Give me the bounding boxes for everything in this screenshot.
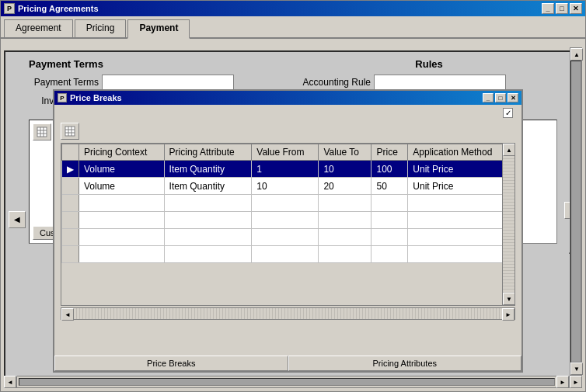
v-scroll-up-button[interactable]: ▲ bbox=[570, 48, 583, 61]
cell-price[interactable] bbox=[371, 195, 408, 212]
table-row[interactable] bbox=[62, 246, 503, 263]
sub-window-title: Price Breaks bbox=[70, 93, 122, 102]
cell-price[interactable]: 50 bbox=[371, 178, 408, 195]
svg-rect-0 bbox=[37, 127, 47, 137]
cell-pricing_attribute[interactable]: Item Quantity bbox=[164, 161, 252, 178]
row-indicator bbox=[62, 178, 79, 195]
accounting-rule-input[interactable] bbox=[374, 75, 506, 90]
h-scroll-track[interactable] bbox=[19, 378, 555, 386]
cell-pricing_attribute[interactable] bbox=[164, 195, 252, 212]
svg-rect-5 bbox=[65, 127, 75, 136]
table-row[interactable]: ▶VolumeItem Quantity110100Unit Price bbox=[62, 161, 503, 178]
h-scroll-right-button[interactable]: ► bbox=[556, 376, 569, 388]
v-scroll-track[interactable] bbox=[570, 61, 581, 363]
payment-terms-header: Payment Terms bbox=[29, 58, 285, 70]
col-value-from: Value From bbox=[252, 144, 319, 161]
cell-value_to[interactable] bbox=[319, 229, 371, 246]
table-row[interactable] bbox=[62, 229, 503, 246]
cell-value_from[interactable] bbox=[252, 195, 319, 212]
table-row[interactable] bbox=[62, 212, 503, 229]
cell-value_from[interactable] bbox=[252, 229, 319, 246]
price-breaks-footer-button[interactable]: Price Breaks bbox=[54, 356, 288, 371]
cell-application_method[interactable] bbox=[408, 195, 502, 212]
left-nav-area: ◀ bbox=[9, 211, 26, 228]
cell-pricing_attribute[interactable] bbox=[164, 246, 252, 263]
table-v-scrollbar[interactable]: ▲ ▼ bbox=[502, 144, 514, 305]
data-table-wrap: Pricing Context Pricing Attribute Value … bbox=[61, 143, 515, 306]
table-h-right-button[interactable]: ► bbox=[502, 308, 514, 321]
table-row[interactable]: VolumeItem Quantity102050Unit Price bbox=[62, 178, 503, 195]
cell-pricing_attribute[interactable] bbox=[164, 212, 252, 229]
rules-header: Rules bbox=[301, 58, 557, 70]
cell-price[interactable] bbox=[371, 246, 408, 263]
row-indicator bbox=[62, 212, 79, 229]
table-h-left-button[interactable]: ◄ bbox=[61, 308, 74, 321]
cell-price[interactable] bbox=[371, 212, 408, 229]
tab-bar: Agreement Pricing Payment bbox=[1, 16, 585, 39]
indicator-col-header bbox=[62, 144, 79, 161]
row-indicator bbox=[62, 195, 79, 212]
table-v-track[interactable] bbox=[503, 156, 514, 293]
cell-pricing_context[interactable] bbox=[79, 229, 165, 246]
cell-pricing_attribute[interactable]: Item Quantity bbox=[164, 178, 252, 195]
table-h-scrollbar[interactable]: ◄ ► bbox=[61, 307, 515, 320]
table-v-down-button[interactable]: ▼ bbox=[503, 293, 515, 305]
cell-value_to[interactable]: 10 bbox=[319, 161, 371, 178]
cell-application_method[interactable] bbox=[408, 229, 502, 246]
cell-value_from[interactable] bbox=[252, 212, 319, 229]
bottom-left-nav[interactable]: ◄ bbox=[4, 376, 16, 388]
col-pricing-attribute: Pricing Attribute bbox=[164, 144, 252, 161]
tab-agreement[interactable]: Agreement bbox=[4, 19, 73, 37]
cell-pricing_context[interactable] bbox=[79, 246, 165, 263]
cell-price[interactable] bbox=[371, 229, 408, 246]
tab-payment[interactable]: Payment bbox=[127, 19, 190, 39]
sub-window-icon: P bbox=[58, 93, 67, 102]
table-v-up-button[interactable]: ▲ bbox=[503, 144, 515, 156]
maximize-button[interactable]: □ bbox=[556, 3, 568, 14]
cell-value_from[interactable] bbox=[252, 246, 319, 263]
cell-pricing_context[interactable] bbox=[79, 212, 165, 229]
sub-title-controls: _ □ ✕ bbox=[483, 93, 518, 102]
cell-value_from[interactable]: 1 bbox=[252, 161, 319, 178]
cell-pricing_context[interactable] bbox=[79, 195, 165, 212]
main-v-scrollbar[interactable]: ▲ ▼ bbox=[570, 47, 582, 376]
close-button[interactable]: ✕ bbox=[570, 3, 582, 14]
main-h-scrollbar[interactable]: ◄ ► bbox=[4, 376, 570, 388]
cell-value_to[interactable] bbox=[319, 195, 371, 212]
payment-terms-label: Payment Terms bbox=[29, 77, 99, 88]
cell-pricing_attribute[interactable] bbox=[164, 229, 252, 246]
col-pricing-context: Pricing Context bbox=[79, 144, 165, 161]
table-h-track[interactable] bbox=[74, 308, 502, 319]
cell-value_to[interactable] bbox=[319, 212, 371, 229]
cell-application_method[interactable] bbox=[408, 212, 502, 229]
cell-price[interactable]: 100 bbox=[371, 161, 408, 178]
sub-footer: Price Breaks Pricing Attributes bbox=[54, 356, 521, 371]
payment-terms-input[interactable] bbox=[102, 75, 234, 90]
accounting-rule-label: Accounting Rule bbox=[301, 77, 371, 88]
spreadsheet-icon-button[interactable] bbox=[33, 123, 51, 140]
minimize-button[interactable]: _ bbox=[542, 3, 554, 14]
sub-minimize-button[interactable]: _ bbox=[483, 93, 494, 102]
cell-value_to[interactable]: 20 bbox=[319, 178, 371, 195]
spreadsheet-toolbar-button[interactable] bbox=[61, 123, 79, 140]
cell-pricing_context[interactable]: Volume bbox=[79, 161, 165, 178]
sub-close-button[interactable]: ✕ bbox=[508, 93, 518, 102]
left-arrow-button[interactable]: ◀ bbox=[9, 211, 26, 228]
cell-application_method[interactable]: Unit Price bbox=[408, 161, 502, 178]
bottom-right-nav[interactable]: ► bbox=[570, 376, 582, 388]
cell-value_to[interactable] bbox=[319, 246, 371, 263]
cell-application_method[interactable]: Unit Price bbox=[408, 178, 502, 195]
sheet-toolbar bbox=[54, 121, 521, 141]
cell-value_from[interactable]: 10 bbox=[252, 178, 319, 195]
sub-title-bar: P Price Breaks _ □ ✕ bbox=[54, 91, 521, 105]
sub-maximize-button[interactable]: □ bbox=[495, 93, 506, 102]
table-row[interactable] bbox=[62, 195, 503, 212]
enable-checkbox[interactable]: ✓ bbox=[503, 108, 513, 118]
tab-pricing[interactable]: Pricing bbox=[75, 19, 127, 37]
pricing-attributes-footer-button[interactable]: Pricing Attributes bbox=[288, 356, 522, 371]
row-indicator bbox=[62, 229, 79, 246]
cell-pricing_context[interactable]: Volume bbox=[79, 178, 165, 195]
cell-application_method[interactable] bbox=[408, 246, 502, 263]
col-value-to: Value To bbox=[319, 144, 371, 161]
v-scroll-down-button[interactable]: ▼ bbox=[570, 363, 583, 375]
